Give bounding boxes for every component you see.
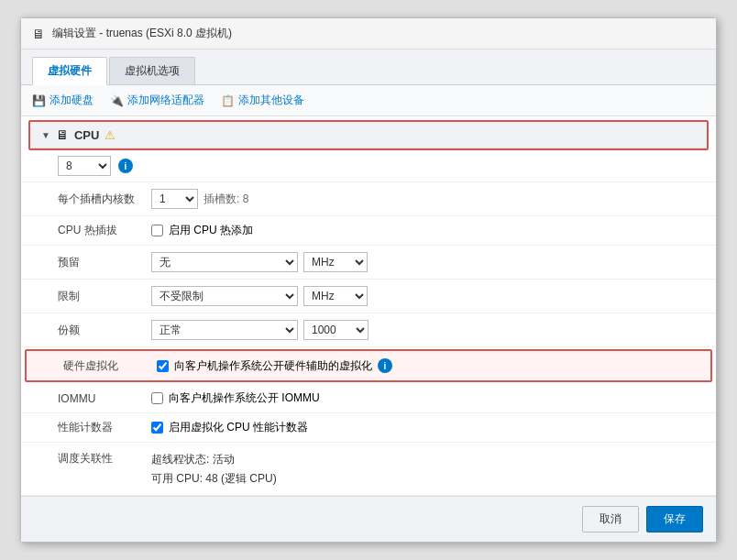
- perf-counter-label: 性能计数器: [32, 420, 151, 435]
- reservation-row: 预留 无 MHzGHz: [21, 246, 716, 280]
- slots-per-socket-label: 每个插槽内核数: [32, 192, 151, 207]
- slot-count-text: 插槽数: 8: [204, 192, 248, 207]
- add-disk-label: 添加硬盘: [50, 93, 94, 108]
- cpu-info-icon[interactable]: i: [118, 159, 133, 173]
- cpu-hot-add-checkbox-row: 启用 CPU 热添加: [151, 223, 253, 238]
- add-other-label: 添加其他设备: [238, 93, 304, 108]
- tabs-bar: 虚拟硬件 虚拟机选项: [21, 49, 716, 85]
- hw-virt-value: 向客户机操作系统公开硬件辅助的虚拟化 i: [157, 358, 699, 374]
- slots-per-socket-value: 1248 插槽数: 8: [151, 189, 705, 209]
- cancel-button[interactable]: 取消: [582, 506, 639, 533]
- add-other-icon: 📋: [221, 94, 235, 107]
- cpu-hot-add-checkbox[interactable]: [151, 225, 163, 236]
- limit-row: 限制 不受限制 MHzGHz: [21, 280, 716, 313]
- hw-virt-row: 硬件虚拟化 向客户机操作系统公开硬件辅助的虚拟化 i: [27, 351, 710, 380]
- schedule-text: 超线程状态: 活动 可用 CPU: 48 (逻辑 CPU): [151, 450, 277, 488]
- save-button[interactable]: 保存: [646, 506, 703, 533]
- perf-counter-checkbox-row: 启用虚拟化 CPU 性能计数器: [151, 420, 308, 435]
- reservation-unit-select[interactable]: MHzGHz: [303, 252, 368, 272]
- add-disk-button[interactable]: 💾 添加硬盘: [32, 93, 94, 108]
- limit-label: 限制: [32, 289, 151, 304]
- hw-virt-checkbox[interactable]: [157, 360, 169, 372]
- iommu-checkbox[interactable]: [151, 392, 163, 404]
- perf-counter-value: 启用虚拟化 CPU 性能计数器: [151, 420, 705, 435]
- hw-virt-info-icon[interactable]: i: [378, 358, 392, 373]
- reservation-select[interactable]: 无: [151, 252, 298, 272]
- toolbar: 💾 添加硬盘 🔌 添加网络适配器 📋 添加其他设备: [21, 85, 716, 116]
- tab-vm-options[interactable]: 虚拟机选项: [109, 57, 195, 84]
- cpu-hot-add-row: CPU 热插拔 启用 CPU 热添加: [21, 216, 716, 246]
- iommu-label: IOMMU: [32, 392, 151, 405]
- titlebar: 🖥 编辑设置 - truenas (ESXi 8.0 虚拟机): [21, 18, 716, 49]
- footer: 取消 保存: [21, 496, 716, 542]
- warning-icon: ⚠: [104, 128, 116, 142]
- share-value: 低正常高自定义 1000: [151, 320, 705, 340]
- iommu-checkbox-row: 向客户机操作系统公开 IOMMU: [151, 390, 320, 406]
- chevron-icon: ▼: [41, 130, 50, 140]
- cpu-section-label: CPU: [74, 128, 99, 142]
- add-disk-icon: 💾: [32, 94, 46, 107]
- schedule-line1: 超线程状态: 活动: [151, 450, 277, 468]
- iommu-row: IOMMU 向客户机操作系统公开 IOMMU: [21, 384, 716, 413]
- cpu-count-select[interactable]: 12481216: [58, 156, 111, 176]
- share-select[interactable]: 低正常高自定义: [151, 320, 298, 340]
- window-title: 编辑设置 - truenas (ESXi 8.0 虚拟机): [52, 26, 232, 41]
- window-icon: 🖥: [32, 27, 45, 41]
- limit-unit-select[interactable]: MHzGHz: [303, 286, 368, 306]
- hw-virt-checkbox-label: 向客户机操作系统公开硬件辅助的虚拟化: [174, 358, 372, 374]
- cpu-count-row: 12481216 i: [21, 150, 716, 182]
- perf-counter-row: 性能计数器 启用虚拟化 CPU 性能计数器: [21, 413, 716, 443]
- tab-virtual-hardware[interactable]: 虚拟硬件: [32, 57, 107, 85]
- schedule-row: 调度关联性 超线程状态: 活动 可用 CPU: 48 (逻辑 CPU): [21, 443, 716, 496]
- limit-select[interactable]: 不受限制: [151, 286, 298, 306]
- perf-counter-checkbox[interactable]: [151, 422, 163, 434]
- perf-counter-checkbox-label: 启用虚拟化 CPU 性能计数器: [169, 420, 308, 435]
- reservation-value: 无 MHzGHz: [151, 252, 705, 272]
- add-other-button[interactable]: 📋 添加其他设备: [221, 93, 304, 108]
- cpu-hot-add-value: 启用 CPU 热添加: [151, 223, 705, 238]
- share-count-select[interactable]: 1000: [303, 320, 368, 340]
- add-network-icon: 🔌: [110, 94, 124, 107]
- main-window: 🖥 编辑设置 - truenas (ESXi 8.0 虚拟机) 虚拟硬件 虚拟机…: [20, 17, 717, 543]
- schedule-line2: 可用 CPU: 48 (逻辑 CPU): [151, 469, 277, 488]
- slots-per-socket-row: 每个插槽内核数 1248 插槽数: 8: [21, 182, 716, 216]
- slots-per-socket-select[interactable]: 1248: [151, 189, 198, 209]
- iommu-checkbox-label: 向客户机操作系统公开 IOMMU: [169, 390, 320, 406]
- cpu-hot-add-checkbox-label: 启用 CPU 热添加: [169, 223, 253, 238]
- cpu-hot-add-label: CPU 热插拔: [32, 223, 151, 238]
- share-row: 份额 低正常高自定义 1000: [21, 313, 716, 347]
- schedule-label: 调度关联性: [32, 450, 151, 467]
- hw-virt-checkbox-row: 向客户机操作系统公开硬件辅助的虚拟化 i: [157, 358, 392, 374]
- hw-virt-label: 硬件虚拟化: [38, 358, 157, 374]
- iommu-value: 向客户机操作系统公开 IOMMU: [151, 390, 705, 406]
- cpu-icon: 🖥: [56, 127, 69, 142]
- schedule-value: 超线程状态: 活动 可用 CPU: 48 (逻辑 CPU): [151, 450, 705, 488]
- add-network-button[interactable]: 🔌 添加网络适配器: [110, 93, 204, 108]
- reservation-label: 预留: [32, 255, 151, 270]
- content-area: ▼ 🖥 CPU ⚠ 12481216 i 每个插槽内核数 1248 插槽数: 8: [21, 120, 716, 496]
- add-network-label: 添加网络适配器: [127, 93, 204, 108]
- share-label: 份额: [32, 323, 151, 338]
- cpu-section-header[interactable]: ▼ 🖥 CPU ⚠: [30, 122, 707, 148]
- limit-value: 不受限制 MHzGHz: [151, 286, 705, 306]
